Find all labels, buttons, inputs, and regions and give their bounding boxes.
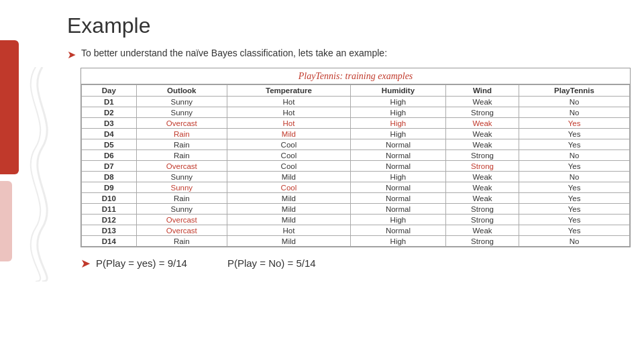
col-header-day: Day xyxy=(82,85,137,97)
table-row: D5RainCoolNormalWeakYes xyxy=(82,139,630,150)
cell-outlook: Overcast xyxy=(136,118,227,129)
cell-temperature: Hot xyxy=(227,97,350,107)
table-row: D8SunnyMildHighWeakNo xyxy=(82,172,630,182)
cell-play: No xyxy=(519,97,630,107)
cell-wind: Strong xyxy=(445,236,519,247)
cell-play: Yes xyxy=(519,225,630,236)
cell-outlook: Sunny xyxy=(136,204,227,215)
col-header-humidity: Humidity xyxy=(350,85,445,97)
cell-outlook: Overcast xyxy=(136,215,227,225)
cell-wind: Weak xyxy=(445,97,519,107)
cell-humidity: Normal xyxy=(350,193,445,204)
cell-wind: Strong xyxy=(445,161,519,172)
cell-day: D2 xyxy=(82,107,137,118)
cell-humidity: High xyxy=(350,236,445,247)
cell-temperature: Hot xyxy=(227,118,350,129)
cell-outlook: Rain xyxy=(136,150,227,161)
cell-day: D7 xyxy=(82,161,137,172)
table-title-rest: : training examples xyxy=(339,71,413,81)
subtitle-text: To better understand the naïve Bayes cla… xyxy=(81,48,387,58)
cell-wind: Weak xyxy=(445,193,519,204)
cell-temperature: Cool xyxy=(227,161,350,172)
cell-play: Yes xyxy=(519,139,630,150)
cell-outlook: Rain xyxy=(136,236,227,247)
table-row: D6RainCoolNormalStrongNo xyxy=(82,150,630,161)
cell-day: D14 xyxy=(82,236,137,247)
table-row: D11SunnyMildNormalStrongYes xyxy=(82,204,630,215)
cell-day: D6 xyxy=(82,150,137,161)
cell-humidity: High xyxy=(350,129,445,139)
page-title: Example xyxy=(67,13,631,38)
col-header-playtennis: PlayTennis xyxy=(519,85,630,97)
cell-play: No xyxy=(519,107,630,118)
cell-wind: Weak xyxy=(445,129,519,139)
stat2-text: P(Play = No) = 5/14 xyxy=(227,257,316,269)
table-row: D7OvercastCoolNormalStrongYes xyxy=(82,161,630,172)
cell-outlook: Sunny xyxy=(136,172,227,182)
cell-day: D3 xyxy=(82,118,137,129)
cell-humidity: High xyxy=(350,107,445,118)
cell-day: D11 xyxy=(82,204,137,215)
cell-day: D12 xyxy=(82,215,137,225)
cell-temperature: Hot xyxy=(227,225,350,236)
data-table: Day Outlook Temperature Humidity Wind Pl… xyxy=(81,84,630,247)
cell-temperature: Mild xyxy=(227,172,350,182)
cell-temperature: Mild xyxy=(227,129,350,139)
cell-wind: Weak xyxy=(445,225,519,236)
table-row: D14RainMildHighStrongNo xyxy=(82,236,630,247)
stat2-bullet: P(Play = No) = 5/14 xyxy=(227,255,316,271)
cell-humidity: Normal xyxy=(350,139,445,150)
cell-wind: Strong xyxy=(445,215,519,225)
cell-humidity: Normal xyxy=(350,225,445,236)
cell-outlook: Overcast xyxy=(136,161,227,172)
cell-humidity: High xyxy=(350,215,445,225)
cell-temperature: Mild xyxy=(227,204,350,215)
cell-day: D13 xyxy=(82,225,137,236)
main-content: Example ➤ To better understand the naïve… xyxy=(67,13,631,349)
cell-day: D4 xyxy=(82,129,137,139)
cell-day: D10 xyxy=(82,193,137,204)
cell-wind: Weak xyxy=(445,172,519,182)
training-table-container: PlayTennis: training examples Day Outloo… xyxy=(80,68,631,247)
cell-wind: Weak xyxy=(445,118,519,129)
table-header-row: Day Outlook Temperature Humidity Wind Pl… xyxy=(82,85,630,97)
cell-humidity: Normal xyxy=(350,182,445,193)
cell-wind: Weak xyxy=(445,139,519,150)
col-header-outlook: Outlook xyxy=(136,85,227,97)
subtitle-bullet: ➤ To better understand the naïve Bayes c… xyxy=(67,48,631,61)
cell-wind: Strong xyxy=(445,204,519,215)
cell-day: D5 xyxy=(82,139,137,150)
cell-day: D8 xyxy=(82,172,137,182)
cell-humidity: High xyxy=(350,97,445,107)
cell-outlook: Sunny xyxy=(136,182,227,193)
cell-play: Yes xyxy=(519,204,630,215)
table-row: D10RainMildNormalWeakYes xyxy=(82,193,630,204)
table-row: D1SunnyHotHighWeakNo xyxy=(82,97,630,107)
cell-play: Yes xyxy=(519,129,630,139)
cell-wind: Weak xyxy=(445,182,519,193)
cell-temperature: Mild xyxy=(227,193,350,204)
bottom-stats: ➤ P(Play = yes) = 9/14 P(Play = No) = 5/… xyxy=(80,255,631,271)
cell-play: Yes xyxy=(519,118,630,129)
cell-temperature: Cool xyxy=(227,182,350,193)
stat1-bullet: ➤ P(Play = yes) = 9/14 xyxy=(80,255,187,271)
cell-outlook: Rain xyxy=(136,193,227,204)
cell-humidity: Normal xyxy=(350,161,445,172)
cell-humidity: High xyxy=(350,118,445,129)
cell-play: Yes xyxy=(519,215,630,225)
table-title-italic: PlayTennis xyxy=(299,71,340,81)
cell-play: No xyxy=(519,172,630,182)
cell-temperature: Cool xyxy=(227,139,350,150)
col-header-temperature: Temperature xyxy=(227,85,350,97)
cell-play: Yes xyxy=(519,161,630,172)
cell-outlook: Sunny xyxy=(136,107,227,118)
cell-temperature: Mild xyxy=(227,236,350,247)
cell-humidity: High xyxy=(350,172,445,182)
cell-day: D9 xyxy=(82,182,137,193)
table-row: D13OvercastHotNormalWeakYes xyxy=(82,225,630,236)
cell-temperature: Mild xyxy=(227,215,350,225)
left-decoration-bar-2 xyxy=(0,181,12,261)
cell-outlook: Sunny xyxy=(136,97,227,107)
cell-play: Yes xyxy=(519,193,630,204)
cell-temperature: Cool xyxy=(227,150,350,161)
